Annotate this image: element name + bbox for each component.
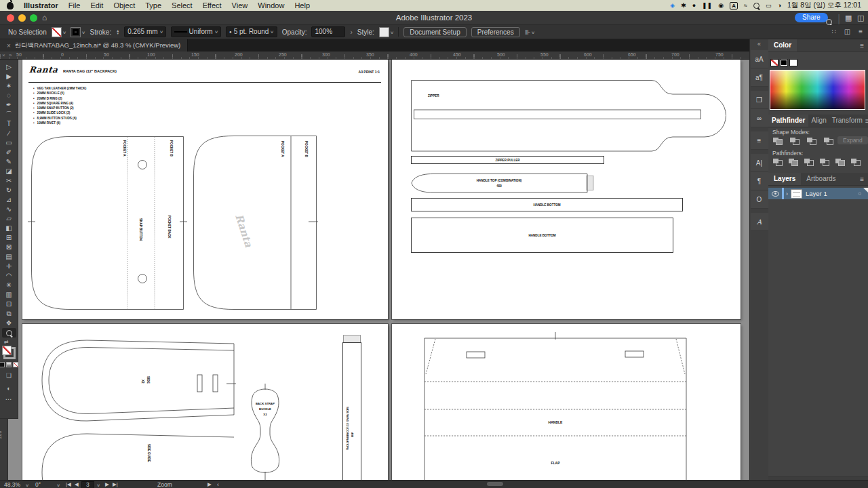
menu-help[interactable]: Help [294,1,310,9]
close-tab-icon[interactable]: × [7,42,11,49]
target-circle-icon[interactable]: ○ [858,190,861,197]
layer-thumbnail[interactable] [791,189,802,199]
layout-grid-icon[interactable]: ▦ [845,14,852,22]
back-strap-buckle-outline[interactable]: BACK STRAP BUCKLE X2 [246,384,285,480]
swap-fill-stroke-icon[interactable]: ⇄ [4,339,9,345]
none-swatch[interactable] [770,59,778,66]
more-tools-icon[interactable]: … [2,393,16,403]
menu-file[interactable]: File [68,1,81,9]
status-play-icon[interactable]: ▶ [208,481,212,487]
fill-well[interactable] [2,346,12,355]
merge-button[interactable] [804,158,814,167]
ruler-corner-close-icon[interactable]: × [2,52,5,58]
expand-button[interactable]: Expand [837,136,868,144]
variable-width-select[interactable]: Uniform∨ [171,26,221,37]
dock-icon[interactable]: ◫ [844,28,850,35]
spotlight-search-icon[interactable] [753,3,760,9]
menu-window[interactable]: Window [258,1,284,9]
white-swatch[interactable] [789,59,797,66]
rotate-tool[interactable]: ↻ [2,186,16,195]
fill-swatch[interactable] [52,27,62,37]
chevron-down-icon[interactable]: ∨ [390,30,394,35]
opacity-field[interactable]: 100% [311,26,345,37]
black-swatch[interactable] [780,59,788,66]
wifi-icon[interactable]: ≈ [744,1,747,9]
share-button[interactable]: Share [795,13,828,22]
rectangle-tool[interactable]: ▭ [2,138,16,148]
menu-type[interactable]: Type [145,1,161,9]
screen-mode-icon[interactable]: ◐ [2,384,16,393]
character-panel-icon[interactable]: A| [751,154,768,172]
crop-button[interactable] [819,158,830,167]
trim-button[interactable] [788,158,799,167]
paragraph-styles-icon[interactable]: a¶ [751,68,768,87]
tab-layers[interactable]: Layers [768,173,801,185]
type-tool[interactable]: T [2,119,16,129]
symbol-sprayer-tool[interactable]: ✳ [2,281,16,290]
panel-toggle-icon[interactable]: ◫ [857,14,864,22]
divide-button[interactable] [772,158,783,167]
chat-icon[interactable]: ● [692,1,696,9]
brush-select[interactable]: ●5 pt. Round∨ [226,26,277,37]
style-swatch[interactable] [379,27,389,37]
document-tab[interactable]: × 란타백RANTABAG_12inch.ai* @ 48.3 % (CMYK/… [0,39,188,52]
direct-selection-tool[interactable]: ▶ [2,72,16,81]
menu-effect[interactable]: Effect [203,1,222,9]
first-artboard-button[interactable]: |◀ [66,481,71,487]
battery-icon[interactable]: ▭ [766,1,772,9]
paragraph-panel-icon[interactable]: ¶ [751,172,768,190]
unite-button[interactable] [772,137,783,146]
layer-row[interactable]: › Layer 1 ○ [768,188,868,199]
apple-menu-icon[interactable] [7,2,14,9]
selection-tool[interactable]: ▷ [2,62,16,72]
artboard-3[interactable]: SIDE X2 SIDE GUIDE BACK STRAP BUCKLE X2 … [22,324,388,480]
stroke-label[interactable]: Stroke: [90,28,112,36]
prev-artboard-button[interactable]: ◀ [75,481,79,487]
hamburger-icon[interactable]: ≡ [859,28,863,35]
current-tool-label[interactable]: Zoom [157,481,172,488]
column-graph-tool[interactable]: ▥ [2,290,16,300]
panel-menu-icon[interactable]: ≡ [860,176,864,183]
curvature-tool[interactable]: ⌒ [2,110,16,119]
align-glyphs-icon[interactable]: ⊪ [525,28,531,36]
line-segment-tool[interactable]: ∕ [2,129,16,138]
gradient-tool[interactable]: ▤ [2,252,16,262]
character-styles-icon[interactable]: aA [751,50,768,68]
slice-tool[interactable]: ⧉ [2,309,16,319]
artboard-tool[interactable]: ⊡ [2,300,16,309]
side-guide-piece-outline[interactable]: SIDE GUIDE [39,432,235,480]
opentype-panel-icon[interactable]: O [751,190,768,209]
paintbrush-tool[interactable]: ✐ [2,148,16,157]
color-type-buttons[interactable] [0,362,18,367]
handle-flap-piece-outline[interactable]: HANDLE FLAP [424,332,688,480]
draw-mode-icon[interactable]: ❏ [2,371,16,380]
chevron-down-icon[interactable]: ∨ [531,30,535,35]
free-transform-tool[interactable]: ▱ [2,214,16,224]
expand-chevron-icon[interactable]: › [786,190,788,197]
hand-tool[interactable]: ❖ [2,319,16,328]
menu-object[interactable]: Object [113,1,135,9]
perspective-grid-tool[interactable]: ⊞ [2,233,16,243]
blend-tool[interactable]: ◠ [2,271,16,281]
side-piece-outline[interactable]: SIDE X2 [39,338,235,427]
tab-transform[interactable]: Transform [829,115,865,127]
grid-dots-icon[interactable]: ∷ [831,28,835,35]
next-artboard-button[interactable]: ▶ [105,481,109,487]
outline-button[interactable] [835,158,846,167]
panel-menu-icon[interactable]: ≡ [865,117,868,125]
status-back-icon[interactable]: ‹ [217,481,219,488]
stroke-panel-icon[interactable]: ≡ [751,131,768,150]
glyphs-panel-icon[interactable]: A [751,213,768,231]
scissors-tool[interactable]: ✂ [2,176,16,186]
tab-artboards[interactable]: Artboards [801,173,841,185]
minus-front-button[interactable] [789,137,800,146]
chevron-down-icon[interactable]: ∨ [62,30,66,35]
zipper-puller-piece[interactable]: ZIPPER PULLER [411,156,604,164]
control-center-icon[interactable]: ◑ [777,1,781,9]
pencil-tool[interactable]: ✎ [2,157,16,167]
eyedropper-tool[interactable]: ✛ [2,262,16,271]
menu-select[interactable]: Select [172,1,193,9]
eraser-tool[interactable]: ◪ [2,167,16,176]
tab-pathfinder[interactable]: Pathfinder [768,115,808,127]
links-panel-icon[interactable]: ∞ [751,109,768,127]
